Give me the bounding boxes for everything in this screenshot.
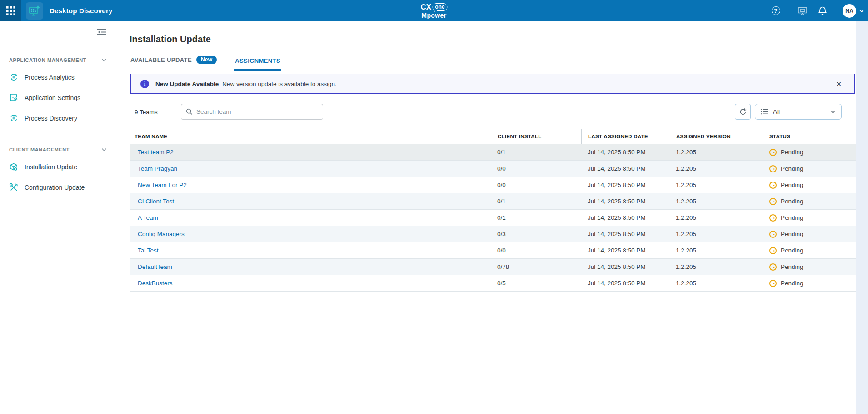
status-label: Pending bbox=[781, 280, 803, 287]
logo-cx: CX bbox=[421, 3, 432, 11]
main-content: Installation Update AVAILABLE UPDATE New… bbox=[116, 21, 856, 414]
list-filter-icon bbox=[761, 108, 768, 115]
client-install-value: 0/0 bbox=[492, 161, 581, 177]
chevron-down-icon bbox=[101, 58, 107, 62]
pending-clock-icon bbox=[769, 247, 777, 255]
table-row: DefaultTeam 0/78 Jul 14, 2025 8:50 PM 1.… bbox=[130, 259, 856, 275]
last-assigned-date-value: Jul 14, 2025 8:50 PM bbox=[581, 210, 670, 226]
notifications-button[interactable] bbox=[816, 4, 829, 18]
last-assigned-date-value: Jul 14, 2025 8:50 PM bbox=[581, 161, 670, 177]
configuration-update-icon bbox=[9, 183, 18, 192]
sidebar: APPLICATION MANAGEMENT Process Analytics bbox=[0, 21, 116, 414]
desktop-discovery-app-icon bbox=[26, 2, 43, 20]
search-input[interactable] bbox=[196, 108, 318, 115]
sidebar-section-client-management[interactable]: CLIENT MANAGEMENT bbox=[0, 143, 116, 157]
team-name-link[interactable]: New Team For P2 bbox=[138, 182, 187, 188]
column-header-client-install[interactable]: CLIENT INSTALL bbox=[492, 129, 581, 144]
table-row: CI Client Test 0/1 Jul 14, 2025 8:50 PM … bbox=[130, 193, 856, 210]
last-assigned-date-value: Jul 14, 2025 8:50 PM bbox=[581, 242, 670, 258]
status-cell: Pending bbox=[763, 177, 856, 193]
team-name-link[interactable]: Tal Test bbox=[138, 247, 159, 254]
column-header-last-assigned[interactable]: LAST ASSIGNED DATE bbox=[581, 129, 670, 144]
table-row: Config Managers 0/3 Jul 14, 2025 8:50 PM… bbox=[130, 226, 856, 242]
status-filter-dropdown[interactable]: All bbox=[755, 104, 842, 120]
status-cell: Pending bbox=[763, 242, 856, 258]
last-assigned-date-value: Jul 14, 2025 8:50 PM bbox=[581, 259, 670, 275]
pending-clock-icon bbox=[769, 197, 777, 206]
sidebar-item-process-analytics[interactable]: Process Analytics bbox=[0, 67, 116, 87]
logo-mpower: Mpower bbox=[421, 12, 448, 19]
table-body: Test team P2 0/1 Jul 14, 2025 8:50 PM 1.… bbox=[130, 144, 856, 292]
status-cell: Pending bbox=[763, 275, 856, 291]
sidebar-item-configuration-update[interactable]: Configuration Update bbox=[0, 177, 116, 197]
status-cell: Pending bbox=[763, 193, 856, 209]
team-name-link[interactable]: Test team P2 bbox=[138, 149, 174, 156]
help-button[interactable]: ? bbox=[769, 4, 783, 18]
client-install-value: 0/0 bbox=[492, 242, 581, 258]
team-name-link[interactable]: Team Pragyan bbox=[138, 165, 177, 172]
banner-close-button[interactable]: ✕ bbox=[836, 81, 842, 87]
column-header-assigned-version[interactable]: ASSIGNED VERSION bbox=[670, 129, 763, 144]
tab-bar: AVAILABLE UPDATE New ASSIGNMENTS bbox=[130, 56, 856, 71]
status-label: Pending bbox=[781, 231, 803, 237]
page-title: Installation Update bbox=[130, 34, 856, 45]
sidebar-header bbox=[0, 21, 116, 42]
status-cell: Pending bbox=[763, 144, 856, 160]
client-install-value: 0/1 bbox=[492, 210, 581, 226]
status-cell: Pending bbox=[763, 226, 856, 242]
pending-clock-icon bbox=[769, 279, 777, 288]
status-label: Pending bbox=[781, 198, 803, 205]
refresh-button[interactable] bbox=[735, 104, 751, 120]
top-bar-actions: ? NA bbox=[769, 0, 864, 21]
divider bbox=[836, 5, 836, 16]
chevron-down-icon bbox=[101, 148, 107, 151]
training-button[interactable] bbox=[796, 4, 809, 18]
sidebar-section-application-management[interactable]: APPLICATION MANAGEMENT bbox=[0, 53, 116, 67]
refresh-icon bbox=[739, 108, 747, 116]
app-title: Desktop Discovery bbox=[50, 7, 112, 15]
user-menu[interactable]: NA bbox=[843, 4, 864, 18]
status-cell: Pending bbox=[763, 210, 856, 226]
banner-message: New version update is available to assig… bbox=[222, 81, 336, 87]
column-header-status[interactable]: STATUS bbox=[763, 129, 856, 144]
sidebar-item-label: Installation Update bbox=[25, 163, 77, 171]
sidebar-collapse-button[interactable] bbox=[96, 26, 108, 37]
team-name-link[interactable]: CI Client Test bbox=[138, 198, 174, 205]
assigned-version-value: 1.2.205 bbox=[670, 259, 763, 275]
tab-available-update[interactable]: AVAILABLE UPDATE New bbox=[130, 56, 218, 71]
process-analytics-icon bbox=[9, 73, 18, 82]
team-count-label: 9 Teams bbox=[135, 108, 158, 115]
screen: Desktop Discovery CXone Mpower ? bbox=[0, 0, 868, 414]
filter-selected-value: All bbox=[773, 108, 780, 115]
assigned-version-value: 1.2.205 bbox=[670, 242, 763, 258]
team-name-link[interactable]: DefaultTeam bbox=[138, 263, 172, 270]
info-icon: i bbox=[140, 80, 149, 88]
table-row: A Team 0/1 Jul 14, 2025 8:50 PM 1.2.205 … bbox=[130, 210, 856, 226]
sidebar-item-application-settings[interactable]: Application Settings bbox=[0, 87, 116, 108]
table-row: Test team P2 0/1 Jul 14, 2025 8:50 PM 1.… bbox=[130, 144, 856, 161]
team-name-link[interactable]: A Team bbox=[138, 214, 158, 221]
status-label: Pending bbox=[781, 165, 803, 172]
assignments-table: TEAM NAME CLIENT INSTALL LAST ASSIGNED D… bbox=[130, 129, 856, 292]
team-search bbox=[181, 104, 323, 120]
assigned-version-value: 1.2.205 bbox=[670, 226, 763, 242]
client-install-value: 0/1 bbox=[492, 144, 581, 160]
pending-clock-icon bbox=[769, 263, 777, 271]
top-bar: Desktop Discovery CXone Mpower ? bbox=[0, 0, 868, 21]
table-row: New Team For P2 0/0 Jul 14, 2025 8:50 PM… bbox=[130, 177, 856, 193]
sidebar-item-process-discovery[interactable]: Process Discovery bbox=[0, 108, 116, 128]
tab-assignments[interactable]: ASSIGNMENTS bbox=[234, 57, 281, 71]
team-name-link[interactable]: Config Managers bbox=[138, 231, 185, 237]
status-label: Pending bbox=[781, 149, 803, 156]
last-assigned-date-value: Jul 14, 2025 8:50 PM bbox=[581, 144, 670, 160]
pending-clock-icon bbox=[769, 148, 777, 157]
banner-title: New Update Available bbox=[155, 81, 219, 87]
sidebar-item-installation-update[interactable]: Installation Update bbox=[0, 157, 116, 177]
status-label: Pending bbox=[781, 182, 803, 188]
column-header-team-name[interactable]: TEAM NAME bbox=[130, 129, 492, 144]
team-name-link[interactable]: DeskBusters bbox=[138, 280, 173, 287]
process-discovery-icon bbox=[9, 114, 18, 123]
app-launcher-button[interactable] bbox=[0, 0, 21, 21]
client-install-value: 0/3 bbox=[492, 226, 581, 242]
tab-label: ASSIGNMENTS bbox=[235, 57, 280, 64]
